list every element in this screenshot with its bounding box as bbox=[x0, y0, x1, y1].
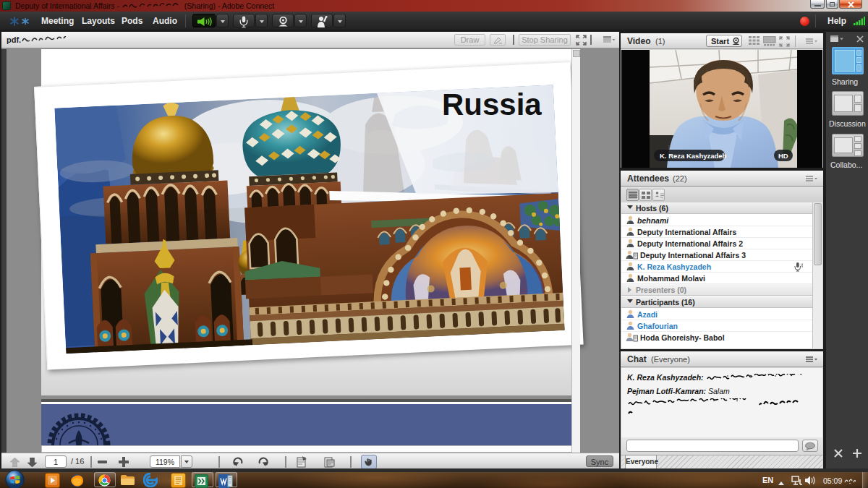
svg-text:HD: HD bbox=[778, 152, 788, 160]
svg-text:K. Reza Kashyzadeh: K. Reza Kashyzadeh bbox=[660, 152, 727, 160]
